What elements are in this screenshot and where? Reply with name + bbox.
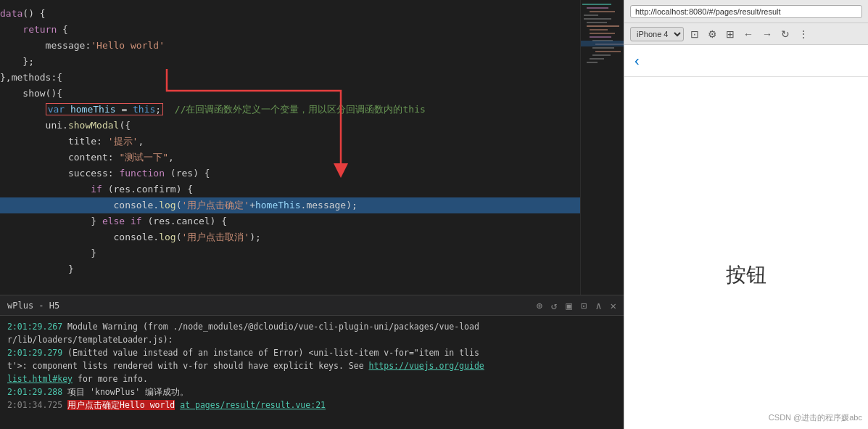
svg-rect-9 — [590, 36, 611, 38]
code-line: var homeThis = this; //在回调函数外定义一个变量，用以区分… — [0, 102, 580, 118]
svg-rect-8 — [590, 33, 615, 34]
minimap-svg — [581, 0, 624, 290]
browser-panel: iPhone 4 ⊡ ⚙ ⊞ ← → ↻ ⋮ ‹ 按钮 CSDN @进击的程序媛… — [624, 0, 868, 429]
browser-aspect-btn[interactable]: ⊞ — [724, 28, 737, 40]
highlight-var: var homeThis = this; — [46, 103, 164, 115]
code-line: },methods:{ — [0, 70, 580, 86]
terminal-icon-4[interactable]: ⊡ — [581, 300, 587, 311]
svg-rect-4 — [584, 18, 611, 20]
code-line: }; — [0, 54, 580, 70]
browser-settings-btn[interactable]: ⚙ — [706, 28, 719, 40]
string: 'Hello world' — [91, 40, 165, 51]
phone-nav: ‹ — [624, 45, 868, 77]
terminal-icon-2[interactable]: ↺ — [551, 300, 557, 311]
browser-forward-btn[interactable]: → — [760, 28, 774, 40]
code-line: data() { — [0, 6, 580, 22]
terminal-icons: ⊕ ↺ ▣ ⊡ ∧ ✕ — [536, 300, 616, 311]
phone-main: 按钮 — [624, 77, 868, 429]
svg-rect-3 — [584, 15, 598, 16]
terminal-log-1: 2:01:29.267 Module Warning (from ./node_… — [7, 320, 616, 333]
browser-device-bar: iPhone 4 ⊡ ⚙ ⊞ ← → ↻ ⋮ — [624, 23, 868, 45]
code-line: show(){ — [0, 86, 580, 102]
terminal-icon-1[interactable]: ⊕ — [536, 300, 542, 311]
svg-rect-5 — [587, 22, 607, 23]
svg-rect-13 — [595, 51, 621, 52]
terminal-highlight: 用户点击确定Hello world — [67, 400, 175, 410]
phone-back-button[interactable]: ‹ — [635, 52, 640, 69]
browser-refresh-btn[interactable]: ↻ — [779, 28, 792, 40]
terminal-link-1[interactable]: https://vuejs.org/guide — [369, 361, 484, 371]
code-line: return { — [0, 22, 580, 38]
svg-rect-7 — [590, 29, 608, 30]
terminal-log-6: 2:01:29.288 项目 'knowPlus' 编译成功。 — [7, 385, 616, 399]
code-line: if (res.confirm) { — [0, 181, 580, 197]
svg-rect-14 — [592, 54, 611, 56]
svg-rect-17 — [581, 41, 624, 46]
url-bar[interactable] — [630, 5, 862, 18]
terminal-log-3: 2:01:29.279 (Emitted value instead of an… — [7, 346, 616, 359]
keyword: data — [0, 8, 22, 19]
code-panel: data() { return { message:'Hello world' — [0, 0, 624, 429]
code-line-highlighted: console.log('用户点击确定'+homeThis.message); — [0, 197, 580, 213]
browser-toolbar — [624, 0, 868, 23]
terminal-icon-6[interactable]: ✕ — [611, 300, 616, 311]
terminal-icon-3[interactable]: ▣ — [566, 300, 571, 311]
code-line: console.log('用户点击取消'); — [0, 229, 580, 245]
browser-content: ‹ 按钮 CSDN @进击的程序媛abc — [624, 45, 868, 429]
code-line: uni.showModal({ — [0, 118, 580, 134]
svg-rect-6 — [587, 25, 619, 27]
comment: //在回调函数外定义一个变量，用以区分回调函数内的this — [175, 104, 426, 115]
terminal-log-7: 2:01:34.725 用户点击确定Hello world at pages/r… — [7, 399, 616, 412]
code-lines: data() { return { message:'Hello world' — [0, 0, 580, 295]
svg-rect-2 — [590, 11, 615, 12]
code-line: } — [0, 245, 580, 261]
device-selector[interactable]: iPhone 4 — [630, 27, 684, 41]
minimap — [580, 0, 624, 295]
terminal-log-4: t'>: component lists rendered with v-for… — [7, 359, 616, 372]
code-line: title: '提示', — [0, 134, 580, 150]
browser-screenshot-btn[interactable]: ⊡ — [688, 28, 701, 40]
code-line: content: "测试一下", — [0, 150, 580, 166]
svg-rect-0 — [582, 4, 611, 5]
phone-button-label: 按钮 — [726, 261, 766, 289]
keyword: return — [22, 24, 57, 35]
terminal-link-2[interactable]: list.html#key — [7, 374, 73, 384]
code-line: } — [0, 261, 580, 277]
code-content: data() { return { message:'Hello world' — [0, 0, 580, 283]
code-line: success: function (res) { — [0, 166, 580, 181]
svg-rect-12 — [592, 47, 614, 49]
code-line: } else if (res.cancel) { — [0, 213, 580, 229]
svg-rect-16 — [587, 62, 598, 63]
terminal-log-5: list.html#key for more info. — [7, 372, 616, 385]
browser-back-btn[interactable]: ← — [741, 28, 756, 40]
terminal-header: wPlus - H5 ⊕ ↺ ▣ ⊡ ∧ ✕ — [0, 295, 624, 316]
terminal-log-2: r/lib/loaders/templateLoader.js): — [7, 333, 616, 346]
browser-devtools-btn[interactable]: ⋮ — [796, 28, 811, 40]
terminal-content: 2:01:29.267 Module Warning (from ./node_… — [0, 316, 624, 429]
terminal-panel: wPlus - H5 ⊕ ↺ ▣ ⊡ ∧ ✕ 2:01:29.267 Modul… — [0, 295, 624, 429]
svg-rect-1 — [587, 7, 608, 9]
code-line: message:'Hello world' — [0, 38, 580, 54]
terminal-link-3[interactable]: at pages/result/result.vue:21 — [180, 400, 326, 410]
svg-rect-15 — [590, 58, 604, 60]
code-editor-row: data() { return { message:'Hello world' — [0, 0, 624, 295]
terminal-title: wPlus - H5 — [7, 301, 59, 311]
terminal-icon-5[interactable]: ∧ — [595, 300, 601, 311]
browser-watermark: CSDN @进击的程序媛abc — [769, 412, 862, 423]
